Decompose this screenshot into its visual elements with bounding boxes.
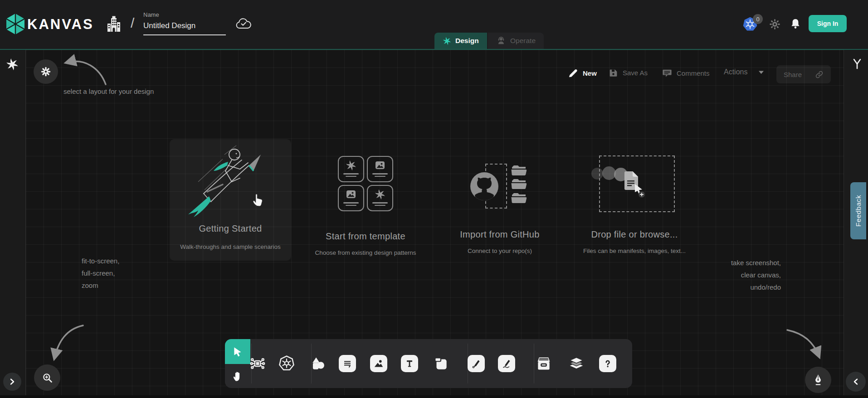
- card-start-from-template[interactable]: Start from template Choose from existing…: [305, 150, 426, 256]
- canvas-actions-button[interactable]: [805, 367, 831, 393]
- operate-headset-icon: [496, 36, 506, 46]
- zoom-in-magnifier-icon: [41, 372, 54, 384]
- comment-tool[interactable]: [339, 355, 356, 372]
- kanvas-logo-icon: [5, 13, 25, 35]
- new-label: New: [583, 69, 597, 77]
- card-title: Import from GitHub: [439, 229, 561, 240]
- comments-icon: [662, 68, 672, 78]
- new-button[interactable]: New: [568, 68, 597, 78]
- organization-icon[interactable]: [105, 15, 122, 34]
- design-name-input[interactable]: Untitled Design: [143, 21, 226, 35]
- card-subtitle: Connect to your repo(s): [439, 248, 561, 254]
- image-icon: [373, 358, 385, 369]
- cursor-select-icon: [232, 346, 244, 358]
- app-header: KANVAS / Name Untitled Design Design: [0, 0, 868, 49]
- breadcrumb-separator: /: [131, 15, 134, 31]
- toolbar-separator: [534, 344, 534, 383]
- archive-tool[interactable]: [535, 355, 552, 372]
- spiral-menu-icon[interactable]: [6, 58, 19, 71]
- pencil-tool[interactable]: [498, 355, 515, 372]
- name-field-label: Name: [143, 11, 226, 18]
- feedback-label: Feedback: [854, 195, 862, 227]
- actions-label: Actions: [724, 68, 747, 76]
- pen-tool[interactable]: [468, 355, 485, 372]
- text-tool[interactable]: [401, 355, 418, 372]
- kubernetes-wheel-icon: [278, 354, 295, 373]
- tab-design-label: Design: [455, 37, 479, 45]
- collapse-panel-button[interactable]: [846, 372, 866, 392]
- question-mark-icon: [602, 358, 613, 369]
- chevron-left-icon: [852, 378, 859, 385]
- template-tile: [338, 156, 364, 182]
- card-title: Start from template: [305, 231, 426, 242]
- shapes-tool[interactable]: [309, 355, 327, 372]
- template-grid-illustration: [338, 156, 393, 211]
- actions-dropdown[interactable]: Actions: [724, 68, 764, 76]
- zoom-controls-button[interactable]: [34, 364, 60, 391]
- design-name-field: Name Untitled Design: [143, 11, 226, 35]
- settings-gear-icon[interactable]: [769, 19, 780, 30]
- tab-operate-label: Operate: [510, 37, 536, 45]
- zoom-hint-text: fit-to-screen, full-screen, zoom: [82, 255, 119, 291]
- layout-hint-arrow: [60, 52, 111, 88]
- sign-in-button[interactable]: Sign In: [809, 15, 847, 32]
- kubernetes-tool[interactable]: [278, 355, 295, 372]
- share-link-icon: [815, 70, 824, 79]
- logo-text: KANVAS: [27, 16, 94, 33]
- text-line: [375, 176, 385, 177]
- card-getting-started[interactable]: Getting Started Walk-throughs and sample…: [170, 139, 291, 261]
- design-canvas[interactable]: Feedback New Save As Comments Actions Sh…: [0, 49, 868, 398]
- text-line: [372, 202, 388, 204]
- tab-design[interactable]: Design: [434, 33, 487, 49]
- comments-label: Comments: [677, 69, 710, 77]
- image-icon: [374, 160, 386, 171]
- shapes-icon: [309, 354, 327, 373]
- layout-hint-text: select a layout for your design: [63, 85, 154, 97]
- design-spiral-icon: [443, 37, 451, 45]
- cloud-saved-icon: [236, 18, 251, 30]
- save-as-button[interactable]: Save As: [609, 68, 648, 78]
- diagram-nodes-icon: [249, 354, 266, 373]
- spiral-icon: [375, 189, 385, 200]
- layers-tool[interactable]: [568, 355, 585, 372]
- help-tool[interactable]: [599, 355, 616, 372]
- hand-cursor-icon: [250, 190, 266, 207]
- text-line: [343, 202, 359, 204]
- chevron-right-icon: [9, 378, 16, 385]
- card-drop-file[interactable]: Drop file or browse... Files can be mani…: [574, 150, 695, 256]
- image-icon: [345, 189, 357, 200]
- template-tile: [367, 185, 393, 211]
- text-line: [375, 205, 385, 206]
- spiral-icon: [346, 160, 356, 171]
- text-line: [372, 173, 388, 175]
- share-label: Share: [784, 71, 802, 78]
- comments-button[interactable]: Comments: [662, 68, 710, 78]
- share-button[interactable]: Share: [776, 65, 831, 83]
- diagram-tool[interactable]: [249, 355, 266, 372]
- left-sidebar-strip: [0, 50, 26, 398]
- archive-drawer-icon: [535, 354, 552, 373]
- card-subtitle: Files can be manifests, images, text...: [574, 248, 695, 254]
- yaml-branch-icon[interactable]: [852, 58, 863, 70]
- select-tool[interactable]: [225, 339, 250, 364]
- card-import-from-github[interactable]: Import from GitHub Connect to your repo(…: [439, 150, 561, 256]
- notifications-bell-icon[interactable]: [790, 18, 801, 30]
- image-tool[interactable]: [370, 355, 387, 372]
- template-tile: [367, 156, 393, 182]
- layers-icon: [568, 354, 585, 373]
- card-subtitle: Choose from existing design patterns: [305, 249, 426, 256]
- layout-asterisk-icon: [40, 66, 52, 78]
- tab-operate[interactable]: Operate: [488, 33, 544, 49]
- pencil-new-icon: [568, 68, 578, 78]
- pan-tool[interactable]: [225, 364, 250, 388]
- feedback-tab[interactable]: Feedback: [850, 182, 866, 239]
- sticky-note-tool[interactable]: [432, 355, 449, 372]
- comment-bubble-icon: [342, 358, 353, 369]
- drop-file-illustration: [590, 164, 649, 214]
- chevron-down-icon: [758, 70, 764, 74]
- text-line: [343, 173, 359, 175]
- expand-sidebar-button[interactable]: [3, 373, 21, 391]
- text-line: [346, 176, 356, 177]
- text-line: [346, 205, 356, 206]
- layout-selector-button[interactable]: [34, 59, 58, 84]
